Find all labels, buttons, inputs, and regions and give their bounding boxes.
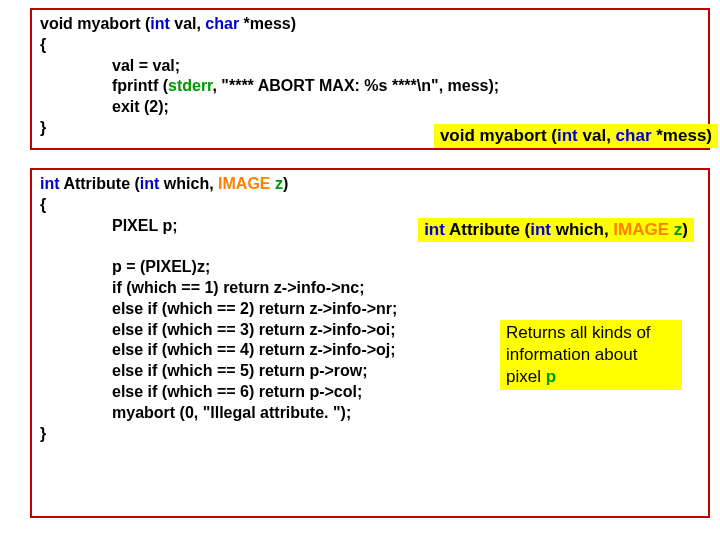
kw-p: p [546, 367, 556, 386]
kw-image: IMAGE [218, 175, 270, 192]
sig-text: *mess) [239, 15, 296, 32]
code-line: myabort (0, "Illegal attribute. "); [40, 403, 700, 424]
lbl-text: void myabort ( [440, 126, 557, 145]
lbl-text: ) [682, 220, 688, 239]
sig-text: which, [159, 175, 218, 192]
label-myabort: void myabort (int val, char *mess) [434, 124, 718, 148]
stmt: if (which == 1) return z->info->nc; [112, 279, 364, 296]
kw-image: IMAGE [613, 220, 669, 239]
kw-int: int [150, 15, 170, 32]
stmt: val = val; [112, 57, 180, 74]
lbl-text: which, [551, 220, 613, 239]
kw-char: char [205, 15, 239, 32]
stmt: myabort (0, "Illegal attribute. "); [112, 404, 351, 421]
kw-int: int [530, 220, 551, 239]
stmt: else if (which == 3) return z->info->oi; [112, 321, 396, 338]
sig-text: ) [283, 175, 288, 192]
lbl-text: val, [578, 126, 616, 145]
stmt: else if (which == 6) return p->col; [112, 383, 362, 400]
sig-text: void myabort ( [40, 15, 150, 32]
kw-char: char [616, 126, 652, 145]
stmt: else if (which == 2) return z->info->nr; [112, 300, 397, 317]
myabort-signature: void myabort (int val, char *mess) [40, 14, 700, 35]
sig-text: Attribute ( [60, 175, 140, 192]
stmt: p = (PIXEL)z; [112, 258, 210, 275]
stmt: exit (2); [112, 98, 169, 115]
code-line: p = (PIXEL)z; [40, 257, 700, 278]
sig-text: val, [170, 15, 206, 32]
stmt: else if (which == 4) return z->info->oj; [112, 341, 396, 358]
stmt: , "**** ABORT MAX: %s ****\n", mess); [212, 77, 499, 94]
desc-text: Returns all kinds of information about p… [506, 323, 651, 386]
brace-close: } [40, 424, 700, 445]
lbl-text: Attribute ( [445, 220, 530, 239]
kw-stderr: stderr [168, 77, 212, 94]
kw-int: int [40, 175, 60, 192]
lbl-text: *mess) [652, 126, 712, 145]
kw-z: z [275, 175, 283, 192]
brace-open: { [40, 35, 700, 56]
code-line: val = val; [40, 56, 700, 77]
code-line: fprintf (stderr, "**** ABORT MAX: %s ***… [40, 76, 700, 97]
code-line: exit (2); [40, 97, 700, 118]
kw-int: int [557, 126, 578, 145]
code-line: if (which == 1) return z->info->nc; [40, 278, 700, 299]
code-line: else if (which == 2) return z->info->nr; [40, 299, 700, 320]
attribute-signature: int Attribute (int which, IMAGE z) [40, 174, 700, 195]
kw-int: int [140, 175, 160, 192]
kw-int: int [424, 220, 445, 239]
brace-open: { [40, 195, 700, 216]
label-attribute: int Attribute (int which, IMAGE z) [418, 218, 694, 242]
stmt: else if (which == 5) return p->row; [112, 362, 368, 379]
label-description: Returns all kinds of information about p… [500, 320, 682, 390]
stmt: PIXEL p; [112, 217, 178, 234]
stmt: fprintf ( [112, 77, 168, 94]
